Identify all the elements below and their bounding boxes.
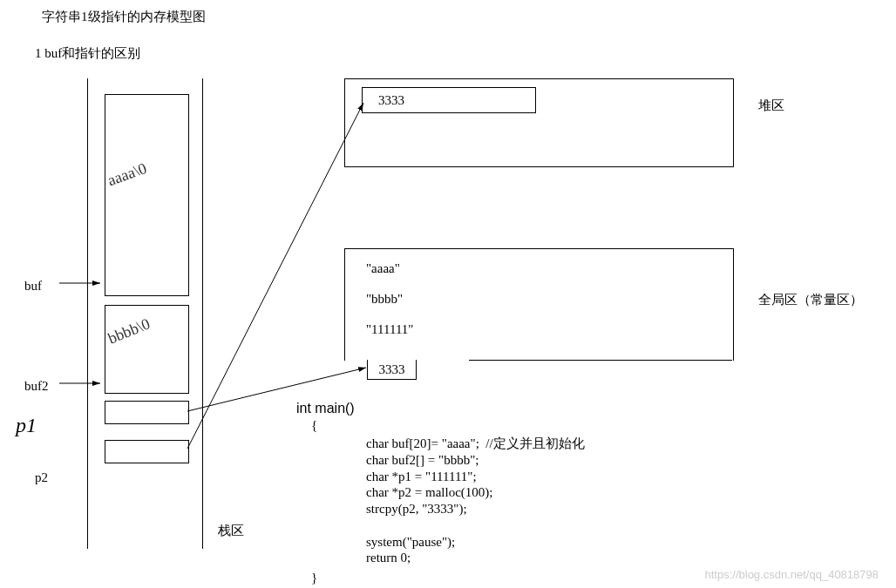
global-literal-bbbb: "bbbb"	[366, 292, 403, 307]
watermark-text: https://blog.csdn.net/qq_40818798	[705, 568, 879, 581]
stack-border-left	[87, 78, 89, 549]
global-literal-aaaa: "aaaa"	[366, 261, 400, 276]
p2-label: p2	[35, 470, 48, 485]
code-signature: int main()	[296, 401, 355, 416]
buf2-label: buf2	[24, 379, 49, 394]
global-region-label: 全局区（常量区）	[758, 292, 863, 308]
code-brace-close: }	[311, 571, 317, 585]
stack-region-label: 栈区	[218, 523, 244, 539]
p1-label: p1	[16, 414, 37, 437]
diagram-subtitle: 1 buf和指针的区别	[35, 45, 140, 62]
buf-label: buf	[24, 279, 42, 294]
stack-p2-box	[105, 440, 189, 463]
arrow-p2-to-heap	[187, 103, 363, 449]
stack-buf-box	[105, 94, 189, 296]
global-literal-3333: 3333	[367, 360, 417, 380]
stack-border-right	[202, 78, 204, 549]
stack-p1-box	[105, 401, 189, 424]
heap-region-label: 堆区	[758, 98, 784, 114]
code-brace-open: {	[311, 418, 317, 433]
global-literal-111111: "111111"	[366, 322, 413, 337]
heap-cell: 3333	[362, 87, 536, 113]
global-region-bottom-rule	[469, 360, 732, 362]
diagram-title: 字符串1级指针的内存模型图	[42, 9, 206, 25]
code-body: char buf[20]= "aaaa"; //定义并且初始化 char buf…	[366, 436, 585, 566]
